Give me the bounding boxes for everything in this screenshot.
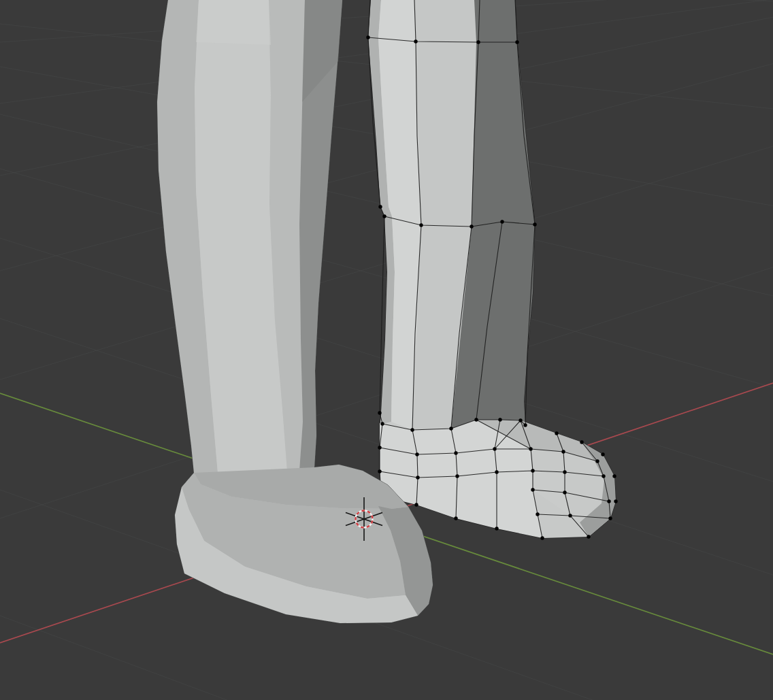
mesh-vertex[interactable]: [495, 470, 498, 473]
mesh-vertex[interactable]: [602, 474, 605, 478]
mesh-vertex[interactable]: [523, 423, 527, 427]
mesh-vertex[interactable]: [495, 527, 498, 530]
mesh-vertex[interactable]: [366, 35, 369, 39]
mesh-vertex[interactable]: [454, 516, 457, 520]
mesh-vertex[interactable]: [612, 474, 616, 478]
mesh-vertex[interactable]: [531, 469, 534, 472]
mesh-vertex[interactable]: [470, 224, 473, 228]
mesh-vertex[interactable]: [493, 447, 496, 450]
mesh-vertex[interactable]: [415, 452, 418, 456]
mesh-vertex[interactable]: [500, 220, 504, 223]
mesh-vertex[interactable]: [529, 447, 532, 450]
mesh-vertex[interactable]: [414, 503, 418, 506]
viewport-canvas[interactable]: [0, 0, 773, 700]
mesh-vertex[interactable]: [561, 450, 565, 453]
mesh-vertex[interactable]: [454, 451, 457, 454]
mesh-vertex[interactable]: [378, 469, 381, 473]
mesh-vertex[interactable]: [568, 514, 572, 517]
mesh-vertex[interactable]: [531, 488, 534, 491]
mesh-vertex[interactable]: [515, 40, 519, 44]
mesh-vertex[interactable]: [519, 418, 522, 422]
mesh-vertex[interactable]: [540, 536, 544, 539]
mesh-vertex[interactable]: [608, 516, 612, 520]
mesh-vertex[interactable]: [580, 440, 583, 444]
mesh-vertex[interactable]: [498, 418, 501, 421]
mesh-vertex[interactable]: [595, 459, 599, 463]
mesh-vertex[interactable]: [449, 427, 453, 430]
mesh-vertex[interactable]: [607, 499, 610, 503]
mesh-vertex[interactable]: [533, 222, 536, 226]
mesh-vertex[interactable]: [563, 490, 566, 494]
mesh-vertex[interactable]: [601, 452, 604, 456]
mesh-vertex[interactable]: [419, 223, 423, 227]
mesh-vertex[interactable]: [378, 446, 381, 449]
mesh-vertex[interactable]: [410, 428, 414, 431]
mesh-vertex[interactable]: [455, 474, 459, 478]
mesh-vertex[interactable]: [380, 422, 384, 425]
mesh-vertex[interactable]: [536, 512, 539, 516]
mesh-vertex[interactable]: [614, 499, 617, 503]
mesh-vertex[interactable]: [555, 431, 558, 435]
mesh-vertex[interactable]: [382, 214, 386, 218]
mesh-vertex[interactable]: [474, 418, 478, 421]
mesh-vertex[interactable]: [414, 39, 417, 43]
mesh-vertex[interactable]: [378, 205, 382, 208]
left-leg-knee-crease: [196, 0, 271, 45]
mesh-vertex[interactable]: [563, 470, 566, 473]
mesh-vertex[interactable]: [587, 535, 590, 538]
mesh-vertex[interactable]: [476, 40, 480, 44]
mesh-vertex[interactable]: [416, 476, 419, 479]
mesh-vertex[interactable]: [378, 411, 381, 414]
3d-viewport[interactable]: [0, 0, 773, 700]
